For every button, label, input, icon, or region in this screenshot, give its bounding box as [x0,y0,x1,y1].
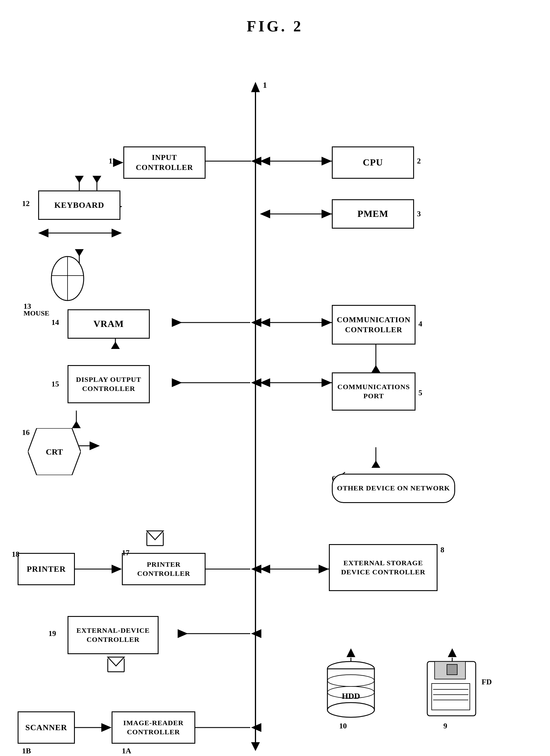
comm-controller-label: COMMUNICATION CONTROLLER [337,315,411,335]
label-1A: 1A [122,747,131,755]
image-reader-box: IMAGE-READER CONTROLLER [112,711,195,744]
svg-marker-34 [260,318,270,327]
label-8: 8 [441,546,444,554]
svg-marker-28 [112,229,122,237]
mouse-label: MOUSE [23,309,49,317]
svg-marker-64 [260,565,270,573]
svg-marker-78 [347,648,355,657]
svg-text:CRT: CRT [46,447,63,456]
label-14: 14 [51,318,59,327]
svg-rect-105 [432,684,470,710]
printer-controller-label: PRINTER CONTROLLER [123,560,205,578]
pmem-box: PMEM [332,199,414,229]
label-10: 10 [339,722,347,730]
svg-text:1: 1 [263,80,267,90]
svg-marker-32 [251,318,261,327]
label-17: 17 [122,549,129,557]
vram-label: VRAM [93,318,124,330]
svg-marker-49 [90,441,100,450]
svg-marker-8 [251,742,260,751]
image-reader-label: IMAGE-READER CONTROLLER [123,718,183,737]
input-controller-label: INPUT CONTROLLER [124,153,205,173]
cpu-box: CPU [332,146,414,179]
ext-storage-label: EXTERNAL STORAGE DEVICE CONTROLLER [341,558,425,577]
label-3: 3 [417,210,421,218]
svg-marker-88 [251,723,261,732]
printer-label: PRINTER [27,564,66,574]
svg-point-99 [328,703,375,717]
svg-marker-72 [251,629,261,638]
display-output-box: DISPLAY OUTPUT CONTROLLER [67,365,150,403]
comms-port-box: COMMUNICATIONS PORT [332,372,416,411]
svg-marker-42 [251,378,261,387]
label-16: 16 [22,428,30,437]
svg-marker-58 [112,565,122,573]
display-output-label: DISPLAY OUTPUT CONTROLLER [76,375,141,393]
svg-marker-74 [108,657,124,666]
keyboard-box: KEYBOARD [38,190,120,220]
keyboard-label: KEYBOARD [54,200,104,210]
printer-box: PRINTER [18,553,75,585]
svg-marker-7 [251,82,260,92]
pmem-label: PMEM [357,208,388,220]
label-fd: FD [482,678,492,686]
label-1B: 1B [22,747,31,755]
svg-marker-62 [251,565,261,573]
hdd-svg: HDD [325,660,377,719]
label-19: 19 [48,629,56,638]
other-device-label: OTHER DEVICE ON NETWORK [337,484,450,493]
comm-controller-box: COMMUNICATION CONTROLLER [332,305,416,345]
vram-box: VRAM [67,309,150,339]
label-9: 9 [443,722,447,730]
label-12: 12 [22,199,30,208]
svg-marker-44 [260,378,270,387]
mouse-svg [50,255,85,302]
ext-device-controller-label: EXTERNAL-DEVICE CONTROLLER [76,626,150,644]
scanner-box: SCANNER [18,711,75,744]
ext-device-controller-box: EXTERNAL-DEVICE CONTROLLER [67,616,158,654]
fd-svg [426,660,479,719]
label-5: 5 [419,389,422,397]
svg-marker-84 [101,723,112,732]
comms-port-label: COMMUNICATIONS PORT [338,382,410,401]
crt-svg: CRT [28,428,81,475]
ext-storage-box: EXTERNAL STORAGE DEVICE CONTROLLER [329,544,438,591]
label-2: 2 [417,157,421,166]
printer-controller-box: PRINTER CONTROLLER [122,553,205,585]
svg-rect-109 [447,664,457,675]
svg-marker-16 [260,210,270,218]
label-15: 15 [51,380,59,389]
label-18: 18 [12,550,19,559]
label-11: 11 [109,157,116,166]
svg-text:HDD: HDD [342,691,360,701]
page-title: FIG. 2 [0,0,550,47]
label-4: 4 [419,320,422,328]
svg-marker-67 [147,531,163,540]
svg-marker-13 [260,157,270,166]
svg-marker-81 [448,648,457,657]
svg-marker-11 [251,157,261,166]
svg-marker-29 [38,229,48,237]
other-device-box: OTHER DEVICE ON NETWORK [332,474,455,503]
input-controller-box: INPUT CONTROLLER [123,146,205,179]
cpu-label: CPU [363,156,383,169]
scanner-label: SCANNER [25,722,67,733]
